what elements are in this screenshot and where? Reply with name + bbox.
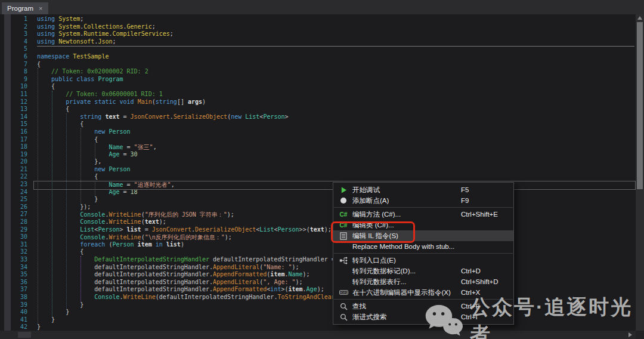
- code-line[interactable]: 6namespace TestSample: [0, 53, 636, 61]
- line-number: 39: [0, 301, 27, 309]
- code-line[interactable]: 5: [0, 45, 636, 53]
- line-number: 16: [0, 128, 27, 136]
- line-number: 22: [0, 173, 27, 181]
- scroll-right-arrow-icon[interactable]: [628, 332, 632, 337]
- menu-item[interactable]: 查找Ctrl+F: [333, 301, 513, 312]
- code-line[interactable]: 29 List<Person> list = JsonConvert.Deser…: [0, 226, 636, 234]
- scroll-up-arrow-icon[interactable]: [637, 16, 642, 20]
- code-line[interactable]: 36 defaultInterpolatedStringHandler.Appe…: [0, 279, 636, 286]
- line-number: 35: [0, 271, 27, 279]
- menu-item[interactable]: C#编辑方法 (C#)...Ctrl+Shift+E: [333, 209, 513, 220]
- code-line[interactable]: 20 },: [0, 158, 636, 166]
- menu-item[interactable]: 转到入口点(E): [333, 255, 513, 266]
- line-number: 12: [0, 98, 27, 106]
- dnspy-window: Program × 1using System;2using System.Co…: [0, 0, 644, 339]
- vertical-scrollbar-thumb[interactable]: [637, 22, 643, 189]
- code-line[interactable]: 7{: [0, 61, 636, 69]
- code-line[interactable]: 34 defaultInterpolatedStringHandler.Appe…: [0, 264, 636, 272]
- vertical-scrollbar[interactable]: [636, 14, 644, 331]
- code-line[interactable]: 35 defaultInterpolatedStringHandler.Appe…: [0, 271, 636, 279]
- code-line[interactable]: 37 defaultInterpolatedStringHandler.Appe…: [0, 286, 636, 294]
- code-line[interactable]: 39 }: [0, 301, 636, 309]
- code-text: defaultInterpolatedStringHandler.AppendL…: [37, 264, 299, 272]
- code-line[interactable]: 26 });: [0, 204, 636, 211]
- line-number: 30: [0, 233, 27, 241]
- code-text: foreach (Person item in list): [37, 241, 184, 249]
- play-icon: [338, 186, 349, 194]
- code-line[interactable]: 12 private static void Main(string[] arg…: [0, 98, 636, 106]
- line-number: 3: [0, 30, 27, 38]
- horizontal-scrollbar[interactable]: [0, 331, 636, 339]
- menu-item-shortcut: F5: [460, 186, 513, 193]
- menu-item-label: 编辑方法 (C#)...: [349, 210, 460, 219]
- code-line[interactable]: 3using System.Runtime.CompilerServices;: [0, 30, 636, 38]
- line-number: 5: [0, 45, 27, 53]
- code-text: defaultInterpolatedStringHandler.AppendL…: [37, 279, 303, 286]
- code-editor[interactable]: 1using System;2using System.Collections.…: [0, 14, 644, 339]
- line-number: 4: [0, 38, 27, 46]
- breakpoint-icon: [338, 197, 349, 204]
- line-number: 2: [0, 23, 27, 31]
- horizontal-scrollbar-thumb[interactable]: [18, 332, 31, 338]
- code-line[interactable]: 15 {: [0, 121, 636, 128]
- tab-bar: Program ×: [0, 0, 644, 14]
- code-line[interactable]: 16 new Person: [0, 128, 636, 136]
- csharp-icon: C#: [338, 211, 349, 218]
- menu-item-shortcut: Ctrl+Shift+E: [460, 211, 513, 218]
- code-line[interactable]: 10 {: [0, 83, 636, 91]
- code-text: List<Person> list = JsonConvert.Deserial…: [37, 226, 332, 234]
- code-line[interactable]: 28 Console.WriteLine(text);: [0, 218, 636, 226]
- search-icon: [338, 303, 349, 310]
- code-line[interactable]: 14 string text = JsonConvert.SerializeOb…: [0, 113, 636, 121]
- member-separator-line: [37, 46, 634, 47]
- code-line[interactable]: 11 // Token: 0x06000001 RID: 1: [0, 91, 636, 98]
- line-number: 38: [0, 294, 27, 301]
- code-text: },: [37, 158, 101, 166]
- code-text: using System.Runtime.CompilerServices;: [37, 30, 174, 38]
- menu-separator: [334, 299, 513, 300]
- code-line[interactable]: 8 // Token: 0x02000002 RID: 2: [0, 68, 636, 76]
- menu-item[interactable]: 添加断点(A)F9: [333, 195, 513, 206]
- code-line[interactable]: 22 {: [0, 173, 636, 181]
- code-line[interactable]: 38 Console.WriteLine(defaultInterpolated…: [0, 294, 636, 301]
- code-line[interactable]: 2using System.Collections.Generic;: [0, 23, 636, 31]
- line-number: 21: [0, 166, 27, 174]
- code-text: using Newtonsoft.Json;: [37, 38, 116, 46]
- menu-item[interactable]: 开始调试F5: [333, 184, 513, 195]
- code-line[interactable]: 31 foreach (Person item in list): [0, 241, 636, 249]
- code-line[interactable]: 17 {: [0, 136, 636, 144]
- code-line[interactable]: 30 Console.WriteLine("\n反序列化后的对象信息：");: [0, 233, 636, 241]
- code-line[interactable]: 41 }: [0, 316, 636, 324]
- code-line[interactable]: 25 }: [0, 196, 636, 204]
- code-line[interactable]: 13 {: [0, 106, 636, 113]
- code-line[interactable]: 4using Newtonsoft.Json;: [0, 38, 636, 46]
- code-line[interactable]: 40 }: [0, 309, 636, 316]
- code-text: {: [37, 173, 98, 181]
- code-line[interactable]: 21 new Person: [0, 166, 636, 174]
- code-text: {: [37, 248, 83, 256]
- code-line[interactable]: 1using System;: [0, 16, 636, 23]
- tab-close-icon[interactable]: ×: [39, 5, 42, 12]
- line-number: 41: [0, 316, 27, 324]
- line-number: 34: [0, 264, 27, 272]
- menu-item-shortcut: Ctrl+X: [460, 289, 513, 296]
- code-line[interactable]: 32 {: [0, 248, 636, 256]
- menu-separator: [334, 253, 513, 254]
- code-text: }: [37, 309, 69, 316]
- tab-program[interactable]: Program ×: [2, 2, 48, 14]
- line-number: 11: [0, 91, 27, 98]
- code-text: {: [37, 83, 55, 91]
- line-number: 18: [0, 143, 27, 151]
- line-number: 37: [0, 286, 27, 294]
- search-icon: [338, 313, 349, 321]
- menu-item[interactable]: 渐进式搜索Ctrl+I: [333, 312, 513, 322]
- menu-item[interactable]: 0101在十六进制编辑器中显示指令(X)Ctrl+X: [333, 287, 513, 298]
- code-line[interactable]: 33 DefaultInterpolatedStringHandler defa…: [0, 256, 636, 264]
- line-number: 17: [0, 136, 27, 144]
- code-text: // Token: 0x06000001 RID: 1: [37, 91, 163, 98]
- code-text: using System;: [37, 16, 83, 23]
- menu-item[interactable]: 转到元数据表行...Ctrl+Shift+D: [333, 276, 513, 287]
- code-line[interactable]: 27 Console.WriteLine("序列化后的 JSON 字符串：");: [0, 211, 636, 218]
- code-line[interactable]: 9 public class Program: [0, 76, 636, 84]
- menu-item[interactable]: 转到元数据标记(D)...Ctrl+D: [333, 266, 513, 276]
